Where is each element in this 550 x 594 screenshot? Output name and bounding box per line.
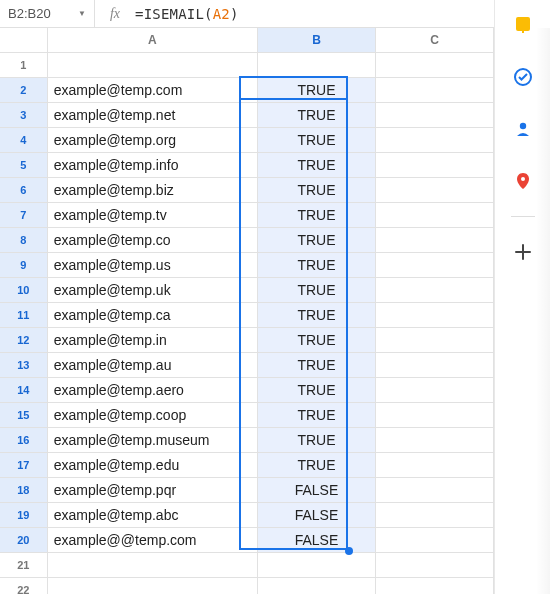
row-header[interactable]: 11 [0, 302, 47, 327]
cell[interactable]: example@temp.pqr [47, 477, 257, 502]
row-header[interactable]: 3 [0, 102, 47, 127]
cell[interactable] [257, 52, 375, 77]
cell[interactable] [375, 177, 493, 202]
cell[interactable]: TRUE [257, 277, 375, 302]
row-header[interactable]: 4 [0, 127, 47, 152]
row-header[interactable]: 2 [0, 77, 47, 102]
row-header[interactable]: 22 [0, 577, 47, 594]
cell[interactable]: TRUE [257, 102, 375, 127]
row-header[interactable]: 19 [0, 502, 47, 527]
cell[interactable]: TRUE [257, 302, 375, 327]
cell[interactable]: TRUE [257, 77, 375, 102]
add-icon[interactable] [512, 241, 534, 263]
grid[interactable]: A B C 12example@temp.comTRUE3example@tem… [0, 28, 494, 594]
cell[interactable]: example@temp.au [47, 352, 257, 377]
row-header[interactable]: 12 [0, 327, 47, 352]
row-header[interactable]: 1 [0, 52, 47, 77]
name-box-dropdown-icon[interactable]: ▼ [78, 9, 86, 18]
row-header[interactable]: 20 [0, 527, 47, 552]
formula-input[interactable]: =ISEMAIL(A2) [135, 6, 494, 22]
cell[interactable] [375, 427, 493, 452]
cell[interactable] [375, 352, 493, 377]
cell[interactable] [375, 152, 493, 177]
cell[interactable]: example@temp.abc [47, 502, 257, 527]
maps-icon[interactable] [512, 170, 534, 192]
cell[interactable]: example@temp.tv [47, 202, 257, 227]
cell[interactable]: example@temp.museum [47, 427, 257, 452]
cell[interactable]: TRUE [257, 377, 375, 402]
cell[interactable] [375, 327, 493, 352]
fx-icon[interactable]: fx [95, 6, 135, 22]
cell[interactable]: TRUE [257, 127, 375, 152]
cell[interactable]: TRUE [257, 227, 375, 252]
cell[interactable] [375, 377, 493, 402]
cell[interactable]: example@temp.biz [47, 177, 257, 202]
cell[interactable] [375, 552, 493, 577]
cell[interactable]: FALSE [257, 527, 375, 552]
cell[interactable]: TRUE [257, 452, 375, 477]
cell[interactable]: example@temp.us [47, 252, 257, 277]
cell[interactable] [375, 77, 493, 102]
cell[interactable]: FALSE [257, 477, 375, 502]
cell[interactable] [375, 527, 493, 552]
cell[interactable]: example@temp.edu [47, 452, 257, 477]
select-all-corner[interactable] [0, 28, 47, 52]
cell[interactable] [375, 277, 493, 302]
cell[interactable] [375, 577, 493, 594]
row-header[interactable]: 21 [0, 552, 47, 577]
row-header[interactable]: 18 [0, 477, 47, 502]
contacts-icon[interactable] [512, 118, 534, 140]
cell[interactable]: TRUE [257, 202, 375, 227]
cell[interactable] [375, 477, 493, 502]
cell[interactable] [375, 102, 493, 127]
row-header[interactable]: 10 [0, 277, 47, 302]
cell[interactable]: example@temp.uk [47, 277, 257, 302]
cell[interactable]: FALSE [257, 502, 375, 527]
cell[interactable]: TRUE [257, 402, 375, 427]
cell[interactable] [375, 452, 493, 477]
cell[interactable] [375, 227, 493, 252]
cell[interactable]: TRUE [257, 152, 375, 177]
cell[interactable] [47, 552, 257, 577]
cell[interactable] [47, 52, 257, 77]
row-header[interactable]: 16 [0, 427, 47, 452]
cell[interactable] [375, 502, 493, 527]
cell[interactable]: example@temp.co [47, 227, 257, 252]
cell[interactable]: example@temp.org [47, 127, 257, 152]
cell[interactable] [47, 577, 257, 594]
tasks-icon[interactable] [512, 66, 534, 88]
col-header-B[interactable]: B [257, 28, 375, 52]
row-header[interactable]: 8 [0, 227, 47, 252]
row-header[interactable]: 5 [0, 152, 47, 177]
row-header[interactable]: 17 [0, 452, 47, 477]
cell[interactable] [375, 127, 493, 152]
cell[interactable]: TRUE [257, 352, 375, 377]
row-header[interactable]: 6 [0, 177, 47, 202]
cell[interactable] [375, 302, 493, 327]
name-box[interactable]: B2:B20 ▼ [0, 0, 95, 27]
cell[interactable] [375, 252, 493, 277]
cell[interactable] [375, 52, 493, 77]
cell[interactable]: example@temp.com [47, 77, 257, 102]
cell[interactable]: example@temp.coop [47, 402, 257, 427]
col-header-C[interactable]: C [375, 28, 493, 52]
row-header[interactable]: 7 [0, 202, 47, 227]
cell[interactable] [257, 552, 375, 577]
cell[interactable]: TRUE [257, 427, 375, 452]
row-header[interactable]: 13 [0, 352, 47, 377]
cell[interactable]: example@@temp.com [47, 527, 257, 552]
cell[interactable] [257, 577, 375, 594]
cell[interactable]: TRUE [257, 327, 375, 352]
cell[interactable]: example@temp.in [47, 327, 257, 352]
cell[interactable]: example@temp.ca [47, 302, 257, 327]
row-header[interactable]: 14 [0, 377, 47, 402]
cell[interactable] [375, 202, 493, 227]
row-header[interactable]: 9 [0, 252, 47, 277]
cell[interactable]: example@temp.net [47, 102, 257, 127]
row-header[interactable]: 15 [0, 402, 47, 427]
cell[interactable]: TRUE [257, 177, 375, 202]
keep-icon[interactable] [512, 14, 534, 36]
cell[interactable]: TRUE [257, 252, 375, 277]
cell[interactable]: example@temp.info [47, 152, 257, 177]
cell[interactable] [375, 402, 493, 427]
